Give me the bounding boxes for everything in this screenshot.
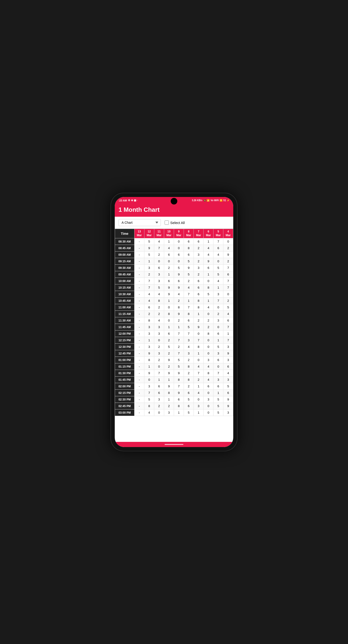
time-cell: 10:00 AM (115, 278, 135, 284)
data-cell: 7 (184, 304, 194, 311)
time-cell: 11:00 AM (115, 304, 135, 311)
data-cell: 0 (203, 278, 213, 284)
data-cell: 6 (174, 278, 184, 284)
col-9mar: 9Mar (174, 229, 184, 238)
time-cell: 08:30 AM (115, 238, 135, 245)
data-cell: 8 (194, 298, 203, 304)
data-cell: 1 (164, 298, 174, 304)
select-all-checkbox[interactable] (165, 220, 169, 225)
data-cell: 5 (174, 363, 184, 370)
data-cell: 1 (174, 324, 184, 330)
data-cell: 5 (213, 271, 223, 278)
data-cell: 3 (144, 330, 154, 337)
time-cell: 02:30 PM (115, 396, 135, 403)
table-row: 12:30 PM-325248053 (115, 344, 233, 350)
data-cell: 1 (223, 330, 233, 337)
time-cell: 10:15 AM (115, 284, 135, 291)
data-cell: 7 (154, 370, 164, 376)
data-cell: 0 (203, 350, 213, 357)
data-cell: 6 (213, 357, 223, 363)
data-cell: 9 (174, 284, 184, 291)
data-cell: - (134, 271, 144, 278)
time-cell: 01:45 PM (115, 376, 135, 383)
data-cell: 2 (144, 311, 154, 317)
data-cell: 3 (184, 337, 194, 344)
data-cell: 6 (154, 265, 164, 271)
data-cell: 0 (174, 238, 184, 245)
data-cell: - (134, 363, 144, 370)
status-time: :23 AM (119, 199, 127, 202)
data-cell: 2 (174, 317, 184, 324)
data-cell: 5 (184, 324, 194, 330)
data-cell: 0 (203, 337, 213, 344)
table-row: 09:00 AM-526663449 (115, 252, 233, 258)
data-cell: 4 (144, 291, 154, 298)
data-cell: 8 (164, 311, 174, 317)
data-cell: 6 (213, 245, 223, 252)
table-row: 11:45 AM-331159207 (115, 324, 233, 330)
data-cell: 4 (203, 252, 213, 258)
data-cell: 2 (174, 344, 184, 350)
data-cell: 4 (144, 298, 154, 304)
data-cell: 6 (184, 390, 194, 396)
data-cell: 2 (154, 357, 164, 363)
table-container[interactable]: Time 13Mar 12Mar 11Mar 10Mar 9Mar 8Mar 7… (115, 229, 233, 442)
data-cell: 0 (164, 317, 174, 324)
data-cell: 0 (203, 390, 213, 396)
table-row: 08:45 AM-974082462 (115, 245, 233, 252)
data-cell: - (134, 390, 144, 396)
col-4mar: 4Mar (223, 229, 233, 238)
app-header: 1 Month Chart (115, 203, 233, 217)
time-cell: 02:00 PM (115, 383, 135, 390)
table-body: 08:30 AM-54106617008:45 AM-97408246209:0… (115, 238, 233, 416)
status-left: :23 AM ⚙ ⊕ ▣ · (119, 199, 138, 202)
data-cell: 5 (213, 265, 223, 271)
col-8mar: 8Mar (184, 229, 194, 238)
data-cell: 3 (213, 317, 223, 324)
data-cell: 7 (194, 370, 203, 376)
data-cell: 4 (223, 311, 233, 317)
select-all-label[interactable]: Select All (170, 221, 185, 225)
time-cell: 11:45 AM (115, 324, 135, 330)
data-cell: 1 (213, 284, 223, 291)
data-cell: 1 (213, 337, 223, 344)
data-cell: - (134, 317, 144, 324)
data-cell: 5 (174, 357, 184, 363)
time-cell: 12:00 PM (115, 330, 135, 337)
data-cell: 7 (213, 370, 223, 376)
data-cell: 0 (174, 245, 184, 252)
data-cell: 1 (203, 238, 213, 245)
data-cell: 9 (164, 284, 174, 291)
data-cell: 3 (184, 350, 194, 357)
data-cell: 0 (203, 410, 213, 416)
data-cell: 0 (203, 344, 213, 350)
data-cell: 6 (223, 363, 233, 370)
data-cell: 2 (164, 363, 174, 370)
data-cell: - (134, 370, 144, 376)
data-cell: 4 (194, 363, 203, 370)
data-cell: - (134, 291, 144, 298)
data-cell: 5 (184, 410, 194, 416)
col-13mar: 13Mar (134, 229, 144, 238)
data-cell: 0 (194, 396, 203, 403)
data-cell: 7 (223, 284, 233, 291)
table-row: 11:15 AM-228981024 (115, 311, 233, 317)
table-row: 02:15 PM-768964016 (115, 390, 233, 396)
data-cell: 1 (164, 376, 174, 383)
data-cell: 4 (154, 291, 164, 298)
data-cell: 2 (213, 311, 223, 317)
data-cell: - (134, 265, 144, 271)
data-cell: 1 (164, 324, 174, 330)
chart-dropdown[interactable]: A ChartB ChartC Chart (119, 219, 161, 226)
data-cell: 9 (174, 390, 184, 396)
table-row: 12:15 PM-102737017 (115, 337, 233, 344)
data-cell: - (134, 330, 144, 337)
data-cell: 6 (144, 304, 154, 311)
data-cell: 4 (203, 376, 213, 383)
data-cell: 3 (213, 291, 223, 298)
data-cell: 2 (194, 258, 203, 265)
data-cell: 6 (174, 396, 184, 403)
data-cell: 5 (184, 271, 194, 278)
time-cell: 08:45 AM (115, 245, 135, 252)
data-cell: 0 (144, 376, 154, 383)
